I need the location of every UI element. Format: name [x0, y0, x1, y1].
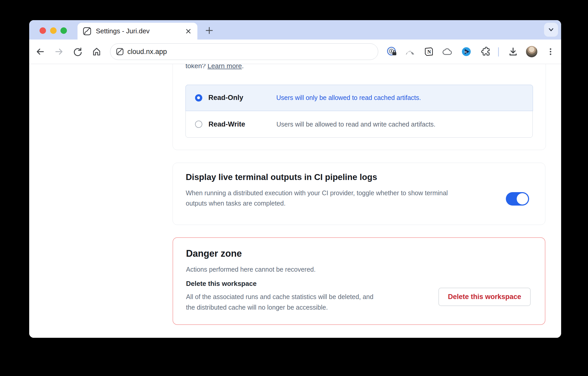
downloads-button[interactable]: [507, 46, 519, 57]
cloud-extension-button[interactable]: [442, 46, 453, 57]
terminal-outputs-toggle[interactable]: [506, 192, 529, 206]
forward-button[interactable]: [54, 46, 64, 57]
reload-button[interactable]: [73, 46, 83, 57]
delete-workspace-description-line2: the distributed cache will no longer be …: [186, 302, 373, 313]
browser-window: Settings - Juri.dev: [29, 20, 561, 338]
danger-zone-subtitle: Actions performed here cannot be recover…: [186, 266, 316, 273]
read-write-description: Users will be allowed to read and write …: [276, 121, 436, 128]
tab-settings[interactable]: Settings - Juri.dev: [78, 23, 197, 40]
url-text: cloud.nx.app: [127, 48, 167, 56]
notion-extension-button[interactable]: N: [423, 46, 435, 57]
delete-workspace-description: All of the associated runs and cache sta…: [186, 292, 373, 313]
delete-workspace-title: Delete this workspace: [186, 280, 257, 288]
toolbar-divider: [498, 47, 499, 57]
address-bar[interactable]: cloud.nx.app: [110, 43, 378, 60]
tab-strip: Settings - Juri.dev: [29, 20, 561, 40]
home-button[interactable]: [91, 46, 102, 57]
onepassword-extension-button[interactable]: [386, 46, 398, 57]
kebab-menu-icon: [545, 46, 556, 57]
fullscreen-window-button[interactable]: [60, 27, 67, 34]
new-tab-button[interactable]: [202, 23, 216, 38]
delete-workspace-description-line1: All of the associated runs and cache sta…: [186, 292, 373, 302]
learn-more-link[interactable]: Learn more: [207, 64, 242, 70]
browser-toolbar: cloud.nx.app: [29, 40, 561, 64]
back-icon: [35, 47, 45, 57]
danger-zone-card: Danger zone Actions performed here canno…: [173, 237, 545, 325]
token-help-text: token? Learn more.: [185, 64, 244, 70]
terminal-outputs-description-line2: outputs when tasks are completed.: [186, 198, 448, 208]
radio-unselected-icon[interactable]: [195, 121, 202, 128]
extensions-button[interactable]: [480, 46, 491, 57]
read-write-label: Read-Write: [208, 120, 276, 128]
nx-cloud-site-icon: [116, 48, 124, 56]
profile-avatar[interactable]: [526, 46, 537, 57]
plus-icon: [205, 26, 214, 35]
radio-selected-icon[interactable]: [195, 94, 202, 101]
access-level-radio-group: Read-Only Users will only be allowed to …: [185, 85, 533, 138]
page-content: token? Learn more. Read-Only Users will …: [29, 64, 561, 338]
terminal-outputs-card: Display live terminal outputs in CI pipe…: [173, 163, 545, 225]
onepassword-icon: [386, 46, 398, 57]
chevron-down-icon: [547, 26, 555, 34]
close-window-button[interactable]: [40, 27, 46, 34]
svg-text:N: N: [427, 49, 431, 54]
forward-icon: [54, 47, 64, 57]
delete-workspace-button[interactable]: Delete this workspace: [438, 288, 531, 306]
nordvpn-icon: [404, 46, 416, 57]
cloud-icon: [442, 46, 453, 57]
svg-text:IQ: IQ: [465, 51, 467, 53]
read-only-label: Read-Only: [208, 94, 276, 102]
minimize-window-button[interactable]: [50, 27, 57, 34]
back-button[interactable]: [35, 46, 45, 57]
terminal-outputs-description: When running a distributed execution wit…: [186, 188, 448, 208]
nx-cloud-favicon-icon: [83, 27, 91, 36]
terminal-outputs-title: Display live terminal outputs in CI pipe…: [186, 172, 377, 182]
token-text-prefix: token?: [185, 64, 207, 70]
terminal-outputs-description-line1: When running a distributed execution wit…: [186, 188, 448, 198]
home-icon: [92, 47, 102, 57]
toggle-knob: [517, 193, 528, 205]
read-only-option[interactable]: Read-Only Users will only be allowed to …: [185, 85, 533, 111]
reload-icon: [73, 47, 83, 57]
token-text-suffix: .: [242, 64, 244, 70]
nordvpn-extension-button[interactable]: [404, 46, 416, 57]
notion-icon: N: [423, 46, 435, 57]
download-icon: [508, 46, 519, 57]
close-icon[interactable]: [184, 27, 192, 35]
tab-title: Settings - Juri.dev: [96, 27, 184, 35]
browser-menu-button[interactable]: [545, 46, 556, 57]
play-badge-icon: IQ: [461, 46, 472, 57]
danger-zone-title: Danger zone: [186, 248, 242, 259]
tab-search-button[interactable]: [544, 23, 558, 37]
extensions-puzzle-icon: [480, 46, 491, 57]
video-extension-button[interactable]: IQ: [461, 46, 472, 57]
read-only-description: Users will only be allowed to read cache…: [276, 94, 421, 101]
read-write-option[interactable]: Read-Write Users will be allowed to read…: [186, 111, 532, 137]
